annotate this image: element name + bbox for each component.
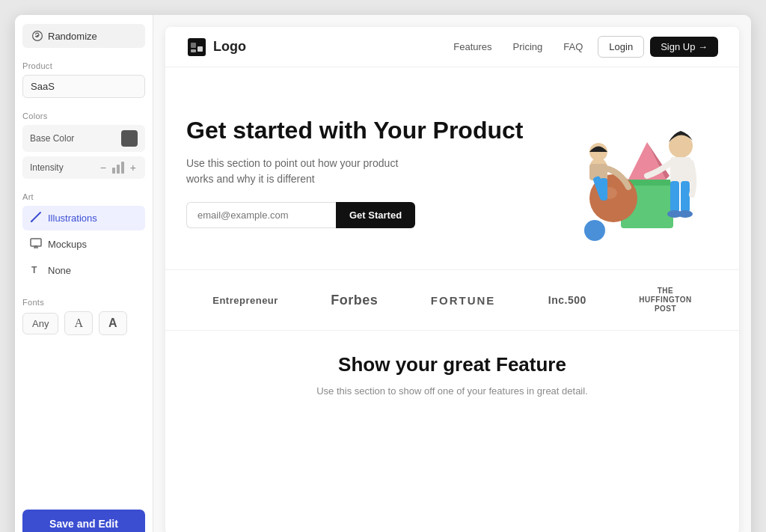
intensity-bar-2: [117, 165, 120, 174]
left-panel: Randomize Product Colors Base Color Inte…: [15, 15, 153, 532]
hero-text: Get started with Your Product Use this s…: [186, 116, 524, 227]
svg-rect-25: [670, 181, 679, 213]
hero-section: Get started with Your Product Use this s…: [165, 67, 739, 269]
product-section-label: Product: [22, 61, 145, 70]
nav-links: Features Pricing FAQ: [453, 41, 583, 52]
logo-inc: Inc.500: [548, 294, 586, 306]
product-input[interactable]: [22, 75, 145, 98]
colors-section-label: Colors: [22, 111, 145, 120]
nav-logo: Logo: [186, 37, 246, 58]
save-edit-button[interactable]: Save and Edit: [22, 510, 145, 532]
logo-fortune: FORTUNE: [431, 294, 496, 307]
randomize-button[interactable]: Randomize: [22, 24, 145, 48]
font-sans-button[interactable]: A: [99, 311, 127, 335]
logo-icon: [186, 37, 207, 58]
preview-window: Logo Features Pricing FAQ Login Sign Up …: [165, 27, 739, 532]
svg-rect-3: [31, 239, 41, 246]
fonts-section: Fonts Any A A: [22, 295, 145, 335]
color-swatch[interactable]: [121, 130, 138, 147]
mockups-label: Mockups: [48, 239, 87, 250]
svg-point-15: [584, 220, 605, 241]
mockups-icon: [30, 237, 42, 251]
intensity-label: Intensity: [30, 162, 94, 173]
font-any-button[interactable]: Any: [22, 313, 58, 334]
art-section-label: Art: [22, 192, 145, 201]
intensity-bar-3: [121, 162, 124, 174]
svg-rect-9: [197, 46, 203, 52]
svg-rect-7: [188, 38, 206, 56]
base-color-label: Base Color: [30, 133, 74, 144]
randomize-icon: [31, 30, 43, 42]
none-label: None: [48, 265, 71, 276]
intensity-row: Intensity − +: [22, 156, 145, 179]
illustrations-icon: [30, 211, 42, 225]
logos-bar: Entrepreneur Forbes FORTUNE Inc.500 THEH…: [165, 269, 739, 331]
svg-rect-8: [191, 43, 196, 48]
none-icon: T: [30, 263, 42, 278]
illustrations-label: Illustrations: [48, 213, 97, 224]
intensity-bar-1: [112, 168, 115, 174]
svg-point-28: [678, 210, 693, 218]
nav-signup-button[interactable]: Sign Up →: [650, 37, 718, 57]
right-panel: Logo Features Pricing FAQ Login Sign Up …: [153, 15, 751, 532]
hero-cta: Get Started: [186, 202, 524, 228]
font-options: Any A A: [22, 311, 145, 335]
svg-rect-24: [670, 157, 691, 183]
hero-title: Get started with Your Product: [186, 116, 524, 144]
svg-rect-20: [600, 178, 607, 201]
svg-rect-10: [191, 49, 196, 52]
nav-link-features[interactable]: Features: [453, 41, 491, 52]
svg-line-2: [31, 213, 40, 221]
intensity-increase-button[interactable]: +: [129, 162, 138, 173]
hero-cta-button[interactable]: Get Started: [336, 202, 415, 228]
svg-rect-26: [681, 181, 690, 213]
svg-point-1: [37, 35, 38, 37]
feature-section: Show your great Feature Use this section…: [165, 331, 739, 414]
hero-email-input[interactable]: [186, 202, 336, 228]
art-option-illustrations[interactable]: Illustrations: [22, 206, 145, 230]
app-wrapper: Randomize Product Colors Base Color Inte…: [15, 15, 751, 532]
preview-nav: Logo Features Pricing FAQ Login Sign Up …: [165, 27, 739, 67]
nav-link-pricing[interactable]: Pricing: [513, 41, 543, 52]
art-section: Art Illustrations Mockups T None: [22, 189, 145, 284]
fonts-section-label: Fonts: [22, 298, 145, 307]
logo-forbes: Forbes: [331, 293, 378, 308]
feature-subtitle: Use this section to show off one of your…: [186, 384, 718, 399]
nav-login-button[interactable]: Login: [598, 36, 644, 58]
art-option-mockups[interactable]: Mockups: [22, 232, 145, 257]
colors-section: Colors Base Color Intensity − +: [22, 108, 145, 179]
font-serif-button[interactable]: A: [64, 311, 93, 335]
logo-huffpost: THEHUFFINGTONPOST: [639, 287, 691, 314]
intensity-decrease-button[interactable]: −: [99, 162, 108, 173]
svg-text:T: T: [31, 265, 37, 275]
hero-subtitle: Use this section to point out how your p…: [186, 156, 426, 187]
hero-svg: [539, 97, 718, 247]
nav-link-faq[interactable]: FAQ: [563, 41, 583, 52]
hero-illustration: [539, 97, 718, 247]
base-color-row: Base Color: [22, 125, 145, 152]
feature-title: Show your great Feature: [186, 353, 718, 376]
logo-entrepreneur: Entrepreneur: [212, 295, 278, 306]
art-option-none[interactable]: T None: [22, 258, 145, 283]
intensity-bars: [112, 162, 124, 174]
